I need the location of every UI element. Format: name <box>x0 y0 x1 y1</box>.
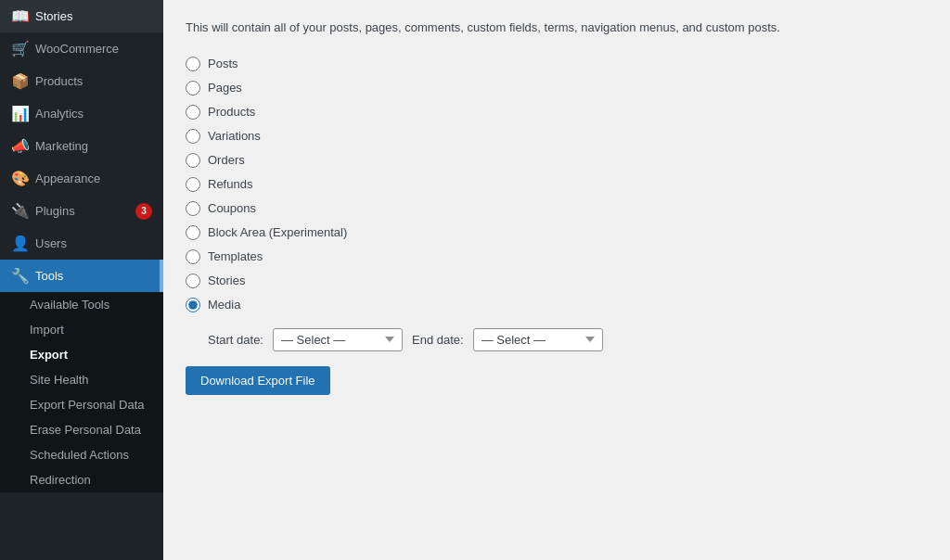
export-options: PostsPagesProductsVariationsOrdersRefund… <box>186 52 928 317</box>
sidebar-item-label: WooCommerce <box>35 42 152 56</box>
submenu-item-redirection[interactable]: Redirection <box>0 467 163 492</box>
submenu-item-erase-personal-data[interactable]: Erase Personal Data <box>0 417 163 442</box>
plugins-badge: 3 <box>135 203 152 220</box>
radio-label-orders: Orders <box>208 153 245 167</box>
end-date-select[interactable]: — Select — <box>473 328 603 351</box>
radio-block-area[interactable] <box>186 225 200 240</box>
submenu-item-scheduled-actions[interactable]: Scheduled Actions <box>0 442 163 467</box>
radio-label-posts: Posts <box>208 57 238 70</box>
radio-label-templates: Templates <box>208 249 263 263</box>
sidebar-item-tools[interactable]: 🔧Tools <box>0 260 163 292</box>
download-export-button[interactable]: Download Export File <box>186 366 330 395</box>
users-icon: 👤 <box>11 235 28 252</box>
date-row: Start date: — Select — End date: — Selec… <box>208 328 928 351</box>
radio-posts[interactable] <box>186 57 200 71</box>
radio-templates[interactable] <box>186 249 200 264</box>
sidebar-item-stories[interactable]: 📖Stories <box>0 0 163 32</box>
start-date-label: Start date: <box>208 333 263 347</box>
sidebar-item-plugins[interactable]: 🔌Plugins3 <box>0 195 163 227</box>
radio-item-coupons[interactable]: Coupons <box>186 197 928 221</box>
products-icon: 📦 <box>11 72 28 90</box>
sidebar-item-users[interactable]: 👤Users <box>0 227 163 260</box>
tools-icon: 🔧 <box>11 267 28 285</box>
woocommerce-icon: 🛒 <box>11 40 28 57</box>
radio-variations[interactable] <box>186 129 200 144</box>
sidebar-item-label: Plugins <box>35 204 128 218</box>
radio-pages[interactable] <box>186 81 200 95</box>
submenu-item-site-health[interactable]: Site Health <box>0 367 163 392</box>
radio-label-block-area: Block Area (Experimental) <box>208 225 347 239</box>
end-date-label: End date: <box>412 333 464 347</box>
sidebar-item-label: Analytics <box>35 107 152 121</box>
sidebar-item-label: Tools <box>35 269 152 283</box>
radio-label-variations: Variations <box>208 129 261 143</box>
marketing-icon: 📣 <box>11 137 28 155</box>
radio-label-products: Products <box>208 105 255 119</box>
radio-label-media: Media <box>208 298 240 312</box>
analytics-icon: 📊 <box>11 105 28 122</box>
radio-item-block-area[interactable]: Block Area (Experimental) <box>186 221 928 245</box>
sidebar-item-analytics[interactable]: 📊Analytics <box>0 97 163 130</box>
radio-item-products[interactable]: Products <box>186 100 928 124</box>
submenu-item-import[interactable]: Import <box>0 317 163 342</box>
radio-item-refunds[interactable]: Refunds <box>186 172 928 197</box>
sidebar-item-marketing[interactable]: 📣Marketing <box>0 130 163 162</box>
radio-label-stories: Stories <box>208 274 245 287</box>
sidebar-item-label: Users <box>35 236 152 250</box>
stories-icon: 📖 <box>11 7 28 25</box>
submenu-item-available-tools[interactable]: Available Tools <box>0 292 163 317</box>
radio-coupons[interactable] <box>186 201 200 216</box>
radio-orders[interactable] <box>186 153 200 168</box>
radio-products[interactable] <box>186 105 200 120</box>
radio-item-orders[interactable]: Orders <box>186 148 928 172</box>
radio-item-pages[interactable]: Pages <box>186 76 928 100</box>
radio-label-coupons: Coupons <box>208 201 256 215</box>
radio-media[interactable] <box>186 298 200 312</box>
submenu-item-export-personal-data[interactable]: Export Personal Data <box>0 392 163 417</box>
radio-label-refunds: Refunds <box>208 177 252 191</box>
plugins-icon: 🔌 <box>11 202 28 220</box>
sidebar-item-label: Products <box>35 74 152 88</box>
description-text: This will contain all of your posts, pag… <box>186 19 928 37</box>
sidebar: 📖Stories🛒WooCommerce📦Products📊Analytics📣… <box>0 0 163 560</box>
radio-label-pages: Pages <box>208 81 242 95</box>
sidebar-item-label: Stories <box>35 9 152 23</box>
sidebar-item-woocommerce[interactable]: 🛒WooCommerce <box>0 32 163 65</box>
radio-refunds[interactable] <box>186 177 200 192</box>
radio-item-media[interactable]: Media <box>186 293 928 317</box>
main-content: This will contain all of your posts, pag… <box>163 0 950 560</box>
radio-item-variations[interactable]: Variations <box>186 124 928 148</box>
radio-item-posts[interactable]: Posts <box>186 52 928 76</box>
sidebar-item-appearance[interactable]: 🎨Appearance <box>0 162 163 195</box>
submenu-item-export[interactable]: Export <box>0 342 163 367</box>
radio-item-templates[interactable]: Templates <box>186 245 928 269</box>
appearance-icon: 🎨 <box>11 170 28 187</box>
sidebar-item-label: Appearance <box>35 172 152 185</box>
start-date-select[interactable]: — Select — <box>273 328 403 351</box>
radio-stories[interactable] <box>186 274 200 288</box>
sidebar-item-label: Marketing <box>35 139 152 153</box>
radio-item-stories[interactable]: Stories <box>186 269 928 293</box>
sidebar-item-products[interactable]: 📦Products <box>0 65 163 97</box>
tools-submenu: Available ToolsImportExportSite HealthEx… <box>0 292 163 492</box>
